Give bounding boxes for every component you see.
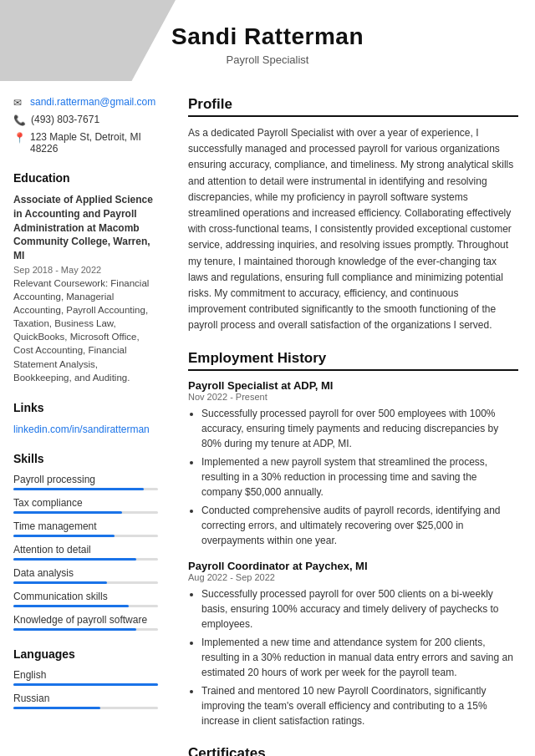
language-label: English xyxy=(13,669,158,681)
lang-bar-fill xyxy=(13,683,158,686)
skill-label: Tax compliance xyxy=(13,497,158,509)
job-title: Payroll Coordinator at Paychex, MI xyxy=(188,560,518,572)
jobs-list: Payroll Specialist at ADP, MI Nov 2022 -… xyxy=(188,379,518,728)
job-bullet: Conducted comprehensive audits of payrol… xyxy=(201,503,518,548)
candidate-name: Sandi Ratterman xyxy=(17,23,518,50)
languages-heading: Languages xyxy=(13,647,158,661)
email-link[interactable]: sandi.ratterman@gmail.com xyxy=(30,96,155,108)
skill-bar-fill xyxy=(13,511,122,514)
skill-bar-fill xyxy=(13,605,129,607)
contact-address: 📍 123 Maple St, Detroit, MI 48226 xyxy=(13,131,158,155)
resume-header: Sandi Ratterman Payroll Specialist xyxy=(0,0,535,81)
skill-bar-bg xyxy=(13,535,158,537)
skill-item: Knowledge of payroll software xyxy=(13,614,158,631)
education-coursework: Relevant Coursework: Financial Accountin… xyxy=(13,277,158,384)
phone-icon: 📞 xyxy=(13,114,26,126)
education-date: Sep 2018 - May 2022 xyxy=(13,265,158,275)
job-bullet: Implemented a new time and attendance sy… xyxy=(201,635,518,680)
employment-heading: Employment History xyxy=(188,350,518,371)
job-bullet: Successfully processed payroll for over … xyxy=(201,406,518,451)
skill-bar-bg xyxy=(13,605,158,607)
skill-bar-bg xyxy=(13,558,158,561)
language-label: Russian xyxy=(13,693,158,704)
contact-email[interactable]: ✉ sandi.ratterman@gmail.com xyxy=(13,96,158,109)
skill-label: Communication skills xyxy=(13,591,158,602)
links-section: Links linkedin.com/in/sandiratterman xyxy=(13,401,158,435)
main-content: Profile As a dedicated Payroll Specialis… xyxy=(171,81,535,756)
language-item: Russian xyxy=(13,693,158,709)
education-degree: Associate of Applied Science in Accounti… xyxy=(13,193,158,263)
contact-section: ✉ sandi.ratterman@gmail.com 📞 (493) 803-… xyxy=(13,96,158,155)
coursework-text: Financial Accounting, Managerial Account… xyxy=(13,278,149,383)
certificates-heading: Certificates xyxy=(188,745,518,756)
job-bullet: Trained and mentored 10 new Payroll Coor… xyxy=(201,683,518,728)
skill-label: Payroll processing xyxy=(13,474,158,485)
skill-bar-fill xyxy=(13,488,144,490)
skills-list: Payroll processing Tax compliance Time m… xyxy=(13,474,158,631)
job-bullet: Implemented a new payroll system that st… xyxy=(201,454,518,500)
skill-bar-bg xyxy=(13,581,158,584)
job-bullets: Successfully processed payroll for over … xyxy=(188,406,518,548)
profile-text: As a dedicated Payroll Specialist with o… xyxy=(188,125,518,333)
education-heading: Education xyxy=(13,171,158,185)
skill-label: Data analysis xyxy=(13,567,158,579)
contact-phone: 📞 (493) 803-7671 xyxy=(13,114,158,126)
skill-bar-fill xyxy=(13,535,115,537)
skill-bar-fill xyxy=(13,628,136,631)
linkedin-link[interactable]: linkedin.com/in/sandiratterman xyxy=(13,424,150,435)
job-entry: Payroll Specialist at ADP, MI Nov 2022 -… xyxy=(188,379,518,548)
skills-heading: Skills xyxy=(13,452,158,465)
skill-bar-fill xyxy=(13,581,107,584)
resume-layout: ✉ sandi.ratterman@gmail.com 📞 (493) 803-… xyxy=(0,81,535,756)
lang-bar-fill xyxy=(13,707,100,709)
languages-section: Languages English Russian xyxy=(13,647,158,709)
education-entry: Associate of Applied Science in Accounti… xyxy=(13,193,158,384)
job-date: Aug 2022 - Sep 2022 xyxy=(188,572,518,582)
job-bullet: Successfully processed payroll for over … xyxy=(201,586,518,632)
skill-bar-bg xyxy=(13,628,158,631)
profile-section: Profile As a dedicated Payroll Specialis… xyxy=(188,96,518,333)
candidate-title: Payroll Specialist xyxy=(17,53,518,66)
job-title: Payroll Specialist at ADP, MI xyxy=(188,379,518,392)
links-heading: Links xyxy=(13,401,158,414)
sidebar: ✉ sandi.ratterman@gmail.com 📞 (493) 803-… xyxy=(0,81,171,756)
phone-value: (493) 803-7671 xyxy=(31,114,99,125)
language-item: English xyxy=(13,669,158,686)
skill-item: Payroll processing xyxy=(13,474,158,490)
certificates-section: Certificates Certified Payroll Professio… xyxy=(188,745,518,756)
skill-item: Time management xyxy=(13,520,158,537)
skill-item: Communication skills xyxy=(13,591,158,607)
skill-item: Tax compliance xyxy=(13,497,158,514)
lang-bar-bg xyxy=(13,707,158,709)
skill-label: Knowledge of payroll software xyxy=(13,614,158,626)
location-icon: 📍 xyxy=(13,132,25,144)
lang-bar-bg xyxy=(13,683,158,686)
skill-item: Attention to detail xyxy=(13,544,158,561)
skills-section: Skills Payroll processing Tax compliance… xyxy=(13,452,158,631)
skill-label: Attention to detail xyxy=(13,544,158,556)
job-bullets: Successfully processed payroll for over … xyxy=(188,586,518,728)
skill-bar-bg xyxy=(13,511,158,514)
skill-label: Time management xyxy=(13,520,158,532)
skill-item: Data analysis xyxy=(13,567,158,584)
coursework-label: Relevant Coursework: xyxy=(13,278,108,288)
email-icon: ✉ xyxy=(13,97,25,109)
job-entry: Payroll Coordinator at Paychex, MI Aug 2… xyxy=(188,560,518,728)
skill-bar-fill xyxy=(13,558,136,561)
education-section: Education Associate of Applied Science i… xyxy=(13,171,158,384)
address-value: 123 Maple St, Detroit, MI 48226 xyxy=(30,131,158,155)
employment-section: Employment History Payroll Specialist at… xyxy=(188,350,518,728)
profile-heading: Profile xyxy=(188,96,518,117)
languages-list: English Russian xyxy=(13,669,158,709)
job-date: Nov 2022 - Present xyxy=(188,392,518,402)
skill-bar-bg xyxy=(13,488,158,490)
